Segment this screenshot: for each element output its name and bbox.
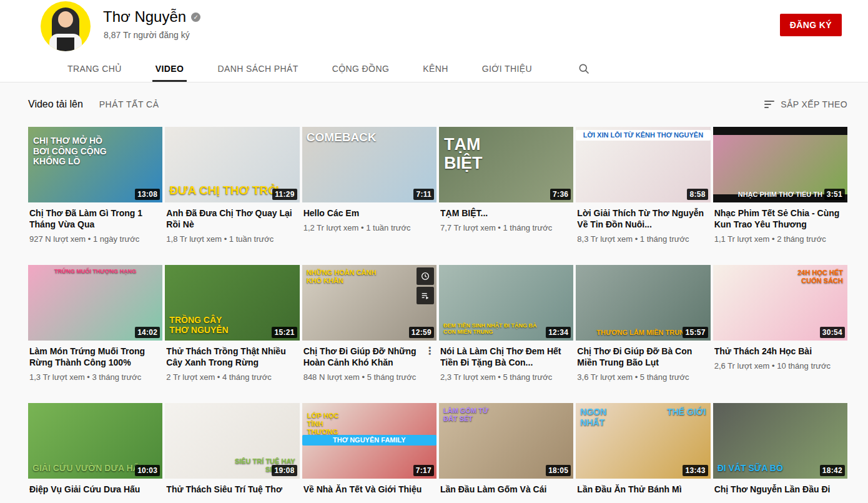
thumbnail-overlay-text: LỚP HỌC TÌNH THƯƠNG bbox=[307, 412, 348, 436]
video-thumbnail[interactable]: NHỮNG HOÀN CẢNH KHÓ KHĂN12:59 bbox=[302, 265, 436, 341]
video-thumbnail[interactable]: ĐI VẮT SỮA BÒ18:42 bbox=[713, 403, 847, 479]
video-thumbnail[interactable]: LỚP HỌC TÌNH THƯƠNGTHƠ NGUYỄN FAMILY7:17 bbox=[302, 403, 436, 479]
tab-giới-thiệu[interactable]: GIỚI THIỆU bbox=[465, 55, 549, 82]
play-all-button[interactable]: PHÁT TẤT CẢ bbox=[99, 99, 159, 109]
video-title[interactable]: Nhạc Phim Tết Sẻ Chia - Cùng Kun Trao Yê… bbox=[714, 207, 846, 230]
video-thumbnail[interactable]: Siêu trí tuệ hay siêu hài19:08 bbox=[165, 403, 299, 479]
thumbnail-overlay-text: COMEBACK bbox=[307, 131, 377, 144]
video-title[interactable]: Làm Món Trứng Muối Trong Rừng Thành Công… bbox=[29, 346, 161, 368]
verified-badge-icon: ✓ bbox=[191, 12, 200, 22]
video-thumbnail[interactable]: TẠM BIỆT7:36 bbox=[439, 127, 573, 202]
video-title[interactable]: TẠM BIỆT... bbox=[440, 207, 572, 219]
subscriber-count: 8,87 Tr người đăng ký bbox=[104, 30, 190, 40]
tab-video[interactable]: VIDEO bbox=[139, 55, 201, 82]
video-card: TRỒNG CÂY THƠ NGUYỄN15:21 Thử Thách Trồn… bbox=[165, 265, 299, 383]
video-thumbnail[interactable]: Ngon NhấtThế Giới13:43 bbox=[576, 403, 710, 479]
video-title[interactable]: Hello Các Em bbox=[303, 207, 435, 219]
video-thumbnail[interactable]: ĐEM TIỀN SINH NHẬT ĐI TẶNG BÀ CON MIỀN T… bbox=[439, 265, 573, 341]
more-options-icon[interactable]: ⋮ bbox=[424, 346, 435, 383]
thumbnail-overlay-text: CHỊ THƠ MỞ HỒ BƠI CÔNG CỘNG KHỔNG LỒ bbox=[33, 136, 114, 167]
video-title[interactable]: Chị Thơ Nguyễn Lần Đầu Đi bbox=[714, 484, 846, 495]
channel-header: Thơ Nguyễn✓ 8,87 Tr người đăng ký ĐĂNG K… bbox=[0, 0, 868, 55]
duration-badge: 11:29 bbox=[272, 189, 297, 200]
video-thumbnail[interactable]: LỜI XIN LỖI TỪ KÊNH THƠ NGUYỄN8:58 bbox=[576, 127, 710, 202]
video-title[interactable]: Lần Đầu Ăn Thử Bánh Mì bbox=[577, 484, 709, 495]
video-card: Siêu trí tuệ hay siêu hài19:08 Thử Thách… bbox=[165, 403, 299, 495]
video-card: LỚP HỌC TÌNH THƯƠNGTHƠ NGUYỄN FAMILY7:17… bbox=[302, 403, 436, 495]
duration-badge: 18:42 bbox=[820, 465, 845, 476]
sort-button[interactable]: SẮP XẾP THEO bbox=[764, 99, 847, 109]
duration-badge: 30:54 bbox=[820, 327, 845, 338]
video-title[interactable]: Anh Đã Đưa Chị Thơ Quay Lại Rồi Nè bbox=[166, 207, 298, 230]
search-icon[interactable] bbox=[566, 55, 601, 82]
subscribe-button[interactable]: ĐĂNG KÝ bbox=[780, 14, 842, 36]
video-card: ĐƯA CHỊ THƠ TRỞ11:29 Anh Đã Đưa Chị Thơ … bbox=[165, 127, 299, 245]
thumbnail-art bbox=[713, 135, 847, 194]
video-meta: 1,2 Tr lượt xem • 1 tuần trước bbox=[303, 222, 435, 234]
video-card: COMEBACK7:11 Hello Các Em 1,2 Tr lượt xe… bbox=[302, 127, 436, 245]
duration-badge: 10:03 bbox=[135, 465, 160, 476]
video-title[interactable]: Lần Đầu Làm Gốm Và Cái bbox=[440, 484, 572, 495]
tab-kênh[interactable]: KÊNH bbox=[406, 55, 465, 82]
video-thumbnail[interactable]: ĐƯA CHỊ THƠ TRỞ11:29 bbox=[165, 127, 299, 202]
video-thumbnail[interactable]: Làm Gốm từ đất sét18:05 bbox=[439, 403, 573, 479]
duration-badge: 3:51 bbox=[824, 189, 845, 200]
thumbnail-overlay-text: LỜI XIN LỖI TỪ KÊNH THƠ NGUYỄN bbox=[576, 130, 710, 141]
thumbnail-overlay-text: ĐƯA CHỊ THƠ TRỞ bbox=[169, 184, 278, 197]
video-thumbnail[interactable]: NHẠC PHIM THƠ TIỂU TH3:51 bbox=[713, 127, 847, 202]
thumbnail-overlay-text: ĐI VẮT SỮA BÒ bbox=[718, 463, 783, 474]
thumbnail-overlay-text: NHỮNG HOÀN CẢNH KHÓ KHĂN bbox=[307, 269, 390, 285]
video-title[interactable]: Điệp Vụ Giải Cứu Dưa Hấu bbox=[29, 484, 161, 495]
video-meta: 927 N lượt xem • 1 ngày trước bbox=[29, 233, 161, 245]
duration-badge: 7:17 bbox=[413, 465, 434, 476]
tab-danh-sách-phát[interactable]: DANH SÁCH PHÁT bbox=[200, 55, 315, 82]
video-thumbnail[interactable]: CHỊ THƠ MỞ HỒ BƠI CÔNG CỘNG KHỔNG LỒ13:0… bbox=[28, 127, 162, 202]
video-title[interactable]: Thử Thách 24h Học Bài bbox=[714, 346, 846, 357]
section-title: Video tải lên bbox=[28, 99, 83, 110]
video-thumbnail[interactable]: THƯƠNG LẮM MIỀN TRUNG15:57 bbox=[576, 265, 710, 341]
duration-badge: 19:08 bbox=[272, 465, 297, 476]
duration-badge: 15:21 bbox=[272, 327, 297, 338]
duration-badge: 14:02 bbox=[135, 327, 160, 338]
video-title[interactable]: Thử Thách Siêu Trí Tuệ Thơ bbox=[166, 484, 298, 495]
video-title[interactable]: Thử Thách Trồng Thật Nhiều Cây Xanh Tron… bbox=[166, 346, 298, 368]
tab-cộng-đồng[interactable]: CỘNG ĐỒNG bbox=[315, 55, 407, 82]
duration-badge: 18:05 bbox=[546, 465, 571, 476]
video-meta: 1,3 Tr lượt xem • 3 tháng trước bbox=[29, 371, 161, 383]
add-to-queue-icon[interactable] bbox=[417, 287, 434, 304]
channel-tab-strip: TRANG CHỦVIDEODANH SÁCH PHÁTCỘNG ĐỒNGKÊN… bbox=[0, 55, 868, 82]
video-card: LỜI XIN LỖI TỪ KÊNH THƠ NGUYỄN8:58 Lời G… bbox=[576, 127, 710, 245]
video-thumbnail[interactable]: COMEBACK7:11 bbox=[302, 127, 436, 202]
video-title[interactable]: Chị Thơ Đi Giúp Đỡ Những Hoàn Cảnh Khó K… bbox=[303, 346, 424, 368]
video-meta: 1,8 Tr lượt xem • 1 tuần trước bbox=[166, 233, 298, 245]
thumbnail-overlay-text: Ngon Nhất bbox=[580, 407, 621, 427]
tab-trang-chủ[interactable]: TRANG CHỦ bbox=[51, 55, 139, 82]
video-title[interactable]: Nói Là Làm Chị Thơ Đem Hết Tiền Đi Tặng … bbox=[440, 346, 572, 368]
sort-icon bbox=[764, 101, 774, 108]
video-thumbnail[interactable]: 24H HỌC HẾT CUỐN SÁCH30:54 bbox=[713, 265, 847, 341]
thumbnail-overlay-text: Thế Giới bbox=[667, 407, 706, 417]
video-meta: 3,6 Tr lượt xem • 5 tháng trước bbox=[577, 371, 709, 383]
video-meta: 2 Tr lượt xem • 4 tháng trước bbox=[166, 371, 298, 383]
watch-later-icon[interactable] bbox=[417, 267, 434, 285]
video-thumbnail[interactable]: Giải Cứu Vườn Dưa Hấu10:03 bbox=[28, 403, 162, 479]
video-grid: CHỊ THƠ MỞ HỒ BƠI CÔNG CỘNG KHỔNG LỒ13:0… bbox=[28, 127, 847, 495]
video-title[interactable]: Chị Thơ Đã Làm Gì Trong 1 Tháng Vừa Qua bbox=[29, 207, 161, 230]
thumbnail-hover-actions bbox=[417, 267, 434, 304]
video-meta: 2,3 Tr lượt xem • 5 tháng trước bbox=[440, 371, 572, 383]
video-meta: 848 N lượt xem • 5 tháng trước bbox=[303, 371, 424, 383]
video-meta: 7,7 Tr lượt xem • 1 tháng trước bbox=[440, 222, 572, 234]
thumbnail-overlay-text: TRỨNG MUỐI THƯỢNG HẠNG bbox=[28, 268, 162, 275]
channel-avatar bbox=[41, 1, 91, 51]
video-card: Làm Gốm từ đất sét18:05 Lần Đầu Làm Gốm … bbox=[439, 403, 573, 495]
thumbnail-overlay-text: ĐEM TIỀN SINH NHẬT ĐI TẶNG BÀ CON MIỀN T… bbox=[443, 322, 548, 336]
video-title[interactable]: Về Nhà Ăn Tết Và Giới Thiệu bbox=[303, 484, 435, 495]
video-thumbnail[interactable]: TRỒNG CÂY THƠ NGUYỄN15:21 bbox=[165, 265, 299, 341]
sort-label: SẮP XẾP THEO bbox=[781, 99, 847, 109]
video-card: 24H HỌC HẾT CUỐN SÁCH30:54 Thử Thách 24h… bbox=[713, 265, 847, 383]
video-card: Ngon NhấtThế Giới13:43 Lần Đầu Ăn Thử Bá… bbox=[576, 403, 710, 495]
video-card: TRỨNG MUỐI THƯỢNG HẠNG14:02 Làm Món Trứn… bbox=[28, 265, 162, 383]
video-thumbnail[interactable]: TRỨNG MUỐI THƯỢNG HẠNG14:02 bbox=[28, 265, 162, 341]
video-title[interactable]: Lời Giải Thích Từ Thơ Nguyễn Về Tin Đồn … bbox=[577, 207, 709, 230]
video-title[interactable]: Chị Thơ Đi Giúp Đỡ Bà Con Miền Trung Bão… bbox=[577, 346, 709, 368]
